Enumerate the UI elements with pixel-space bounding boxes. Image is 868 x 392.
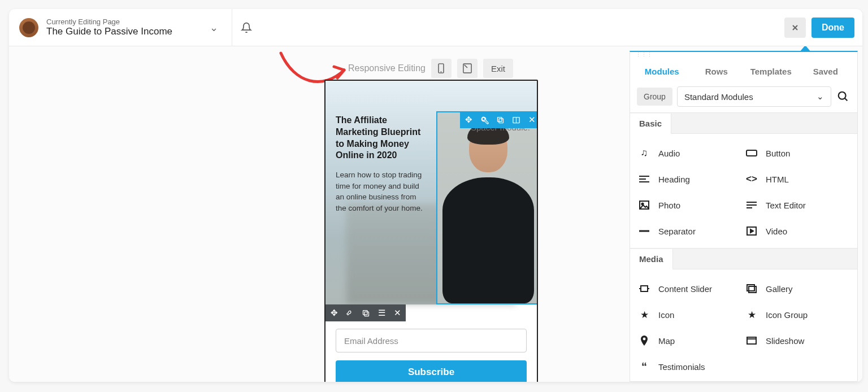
- gallery-icon: [745, 284, 758, 293]
- email-field[interactable]: [336, 329, 527, 352]
- svg-rect-4: [499, 119, 504, 123]
- close-panel-button[interactable]: [784, 18, 806, 38]
- duplicate-icon[interactable]: [361, 309, 371, 317]
- module-audio[interactable]: ♫Audio: [638, 142, 742, 164]
- category-media: Media: [630, 248, 857, 269]
- group-chip[interactable]: Group: [637, 88, 672, 106]
- tab-rows[interactable]: Rows: [689, 61, 744, 82]
- duplicate-icon[interactable]: [495, 116, 505, 124]
- button-icon: [745, 150, 758, 156]
- slider-icon: [638, 285, 650, 293]
- responsive-editing-label: Responsive Editing: [348, 63, 426, 73]
- tab-modules[interactable]: Modules: [635, 61, 689, 82]
- tab-templates[interactable]: Templates: [744, 61, 798, 82]
- tablet-view-button[interactable]: [457, 59, 478, 78]
- hero-content: The Affiliate Marketing Blueprint to Mak…: [326, 81, 439, 214]
- beaver-logo: [19, 18, 38, 37]
- module-html[interactable]: <>HTML: [745, 168, 849, 190]
- wrench-icon[interactable]: [479, 116, 489, 124]
- mobile-view-button[interactable]: [431, 59, 452, 78]
- responsive-exit-button[interactable]: Exit: [483, 59, 513, 78]
- photo-module-selected[interactable]: [436, 111, 538, 304]
- remove-icon[interactable]: ✕: [392, 308, 402, 318]
- mobile-icon: [438, 63, 444, 73]
- svg-rect-5: [497, 117, 502, 121]
- chevron-down-icon: ⌄: [817, 92, 824, 102]
- menu-icon[interactable]: ☰: [376, 308, 387, 318]
- module-icon[interactable]: ★Icon: [638, 303, 742, 326]
- page-title: The Guide to Passive Income: [46, 26, 198, 37]
- search-icon: [837, 90, 849, 103]
- columns-icon[interactable]: [511, 116, 521, 124]
- svg-rect-9: [363, 310, 367, 315]
- editing-label: Currently Editing Page: [46, 18, 198, 26]
- subscribe-button[interactable]: Subscribe: [336, 360, 527, 382]
- content-panel: ⋮⋮⋮ Modules Rows Templates Saved Group S…: [630, 51, 858, 382]
- move-icon[interactable]: ✥: [329, 308, 339, 318]
- person-photo: [437, 112, 538, 303]
- svg-rect-26: [749, 286, 756, 293]
- bell-icon: [241, 22, 252, 33]
- text-icon: [745, 201, 758, 209]
- audio-icon: ♫: [638, 147, 650, 159]
- selected-module-toolbar: ✥ ✕: [460, 111, 538, 128]
- panel-drag-handle[interactable]: ⋮⋮⋮: [630, 52, 857, 58]
- dropdown-value: Standard Modules: [684, 92, 753, 102]
- hero-subtitle: Learn how to stop trading time for money…: [336, 169, 428, 214]
- module-group-dropdown[interactable]: Standard Modules ⌄: [677, 86, 831, 107]
- svg-rect-12: [747, 150, 757, 156]
- separator-icon: [638, 230, 650, 232]
- responsive-editing-bar: Responsive Editing Exit: [348, 59, 513, 78]
- module-content-slider[interactable]: Content Slider: [638, 277, 742, 300]
- map-pin-icon: [638, 336, 650, 346]
- module-testimonials[interactable]: “Testimonials: [638, 355, 742, 378]
- module-video[interactable]: Video: [745, 220, 849, 242]
- mobile-preview-frame: The Affiliate Marketing Blueprint to Mak…: [324, 80, 538, 382]
- svg-line-3: [465, 65, 467, 68]
- wrench-icon[interactable]: [345, 309, 355, 317]
- move-icon[interactable]: ✥: [463, 115, 474, 125]
- module-icon-group[interactable]: ★Icon Group: [745, 303, 849, 326]
- photo-icon: [638, 201, 650, 210]
- tablet-icon: [463, 63, 472, 73]
- module-map[interactable]: Map: [638, 329, 742, 352]
- module-photo[interactable]: Photo: [638, 194, 742, 216]
- page-text: Currently Editing Page The Guide to Pass…: [46, 18, 198, 37]
- heading-icon: [638, 175, 650, 183]
- panel-tabs: Modules Rows Templates Saved: [630, 58, 857, 82]
- module-text-editor[interactable]: Text Editor: [745, 194, 849, 216]
- row-toolbar: ✥ ☰ ✕: [326, 304, 406, 321]
- search-button[interactable]: [836, 89, 850, 104]
- category-basic: Basic: [630, 112, 857, 134]
- tab-saved[interactable]: Saved: [798, 61, 853, 82]
- chevron-down-icon[interactable]: ⌄: [206, 18, 222, 37]
- page-info: Currently Editing Page The Guide to Pass…: [9, 9, 232, 46]
- notifications-button[interactable]: [232, 22, 261, 33]
- module-button[interactable]: Button: [745, 142, 849, 164]
- slideshow-icon: [745, 337, 758, 345]
- hero-title: The Affiliate Marketing Blueprint to Mak…: [336, 115, 428, 162]
- panel-pointer: [800, 46, 811, 52]
- done-button[interactable]: Done: [811, 18, 854, 38]
- editor-canvas: Responsive Editing Exit The Affiliate Ma…: [9, 46, 862, 382]
- panel-body[interactable]: Basic ♫Audio Button Heading <>HTML Photo…: [630, 112, 857, 381]
- svg-line-11: [845, 98, 848, 101]
- top-bar: Currently Editing Page The Guide to Pass…: [9, 9, 862, 46]
- panel-controls: Group Standard Modules ⌄: [630, 82, 857, 112]
- svg-rect-8: [364, 312, 369, 316]
- html-icon: <>: [745, 173, 758, 185]
- video-icon: [745, 227, 758, 236]
- svg-rect-23: [641, 286, 648, 291]
- module-heading[interactable]: Heading: [638, 168, 742, 190]
- svg-rect-28: [747, 337, 756, 344]
- star-icon: ★: [638, 309, 650, 321]
- module-separator[interactable]: Separator: [638, 220, 742, 242]
- star-icon: ★: [745, 309, 758, 321]
- quote-icon: “: [638, 360, 650, 373]
- svg-point-10: [839, 92, 846, 99]
- close-icon: [791, 23, 800, 32]
- module-slideshow[interactable]: Slideshow: [745, 329, 849, 352]
- svg-rect-27: [747, 285, 754, 291]
- module-gallery[interactable]: Gallery: [745, 277, 849, 300]
- remove-icon[interactable]: ✕: [527, 115, 537, 125]
